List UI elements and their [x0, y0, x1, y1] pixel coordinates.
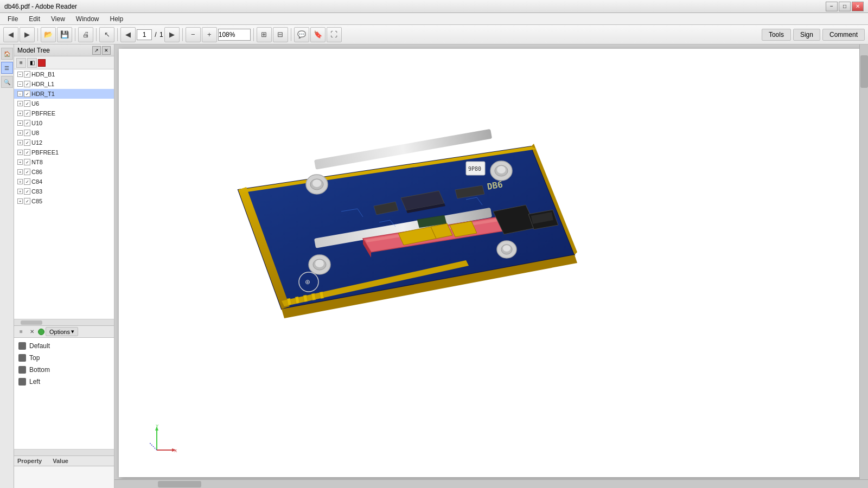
tree-expand-icon[interactable]: −	[17, 72, 23, 77]
tree-checkbox[interactable]: ✓	[24, 169, 30, 175]
tree-item[interactable]: +✓U6	[14, 99, 114, 108]
tree-expand-icon[interactable]: +	[17, 140, 23, 145]
titlebar-controls: − □ ✕	[826, 2, 864, 11]
tree-checkbox[interactable]: ✓	[24, 198, 30, 204]
tree-checkbox[interactable]: ✓	[24, 159, 30, 165]
view-item[interactable]: Top	[16, 352, 112, 364]
stamp-button[interactable]: 🔖	[310, 27, 326, 42]
tree-expand-icon[interactable]: +	[17, 120, 23, 126]
nav-back-button[interactable]: ◀	[3, 27, 18, 42]
print-button[interactable]: 🖨	[78, 27, 93, 42]
zoom-in-button[interactable]: +	[202, 27, 217, 42]
tree-expand-icon[interactable]: +	[17, 130, 23, 136]
menu-file[interactable]: File	[2, 14, 23, 24]
nav-forward-button[interactable]: ▶	[20, 27, 35, 42]
fit-width-button[interactable]: ⊟	[273, 27, 288, 42]
tree-expand-icon[interactable]: +	[17, 198, 23, 204]
tools-button[interactable]: Tools	[762, 29, 791, 41]
tree-checkbox[interactable]: ✓	[24, 188, 30, 195]
tree-item[interactable]: +✓C84	[14, 177, 114, 187]
tree-expand-icon[interactable]: +	[17, 111, 23, 116]
tree-item[interactable]: +✓PBFREE1	[14, 147, 114, 157]
tree-checkbox[interactable]: ✓	[24, 71, 30, 78]
save-button[interactable]: 💾	[57, 27, 72, 42]
fullscreen-button[interactable]: ⛶	[327, 27, 342, 42]
menu-view[interactable]: View	[46, 14, 71, 24]
tree-item-label: PBFREE1	[31, 149, 59, 156]
toolbar-right: Tools Sign Comment	[762, 29, 865, 41]
model-tree-close-button[interactable]: ✕	[102, 46, 111, 55]
tree-expand-icon[interactable]: +	[17, 179, 23, 184]
tree-expand-icon[interactable]: −	[17, 91, 23, 97]
select-tool-button[interactable]: ↖	[99, 27, 114, 42]
tree-expand-all-button[interactable]: ≡	[16, 58, 26, 68]
page-navigation: ◀ 1 / 1 ▶	[120, 27, 180, 42]
view-item[interactable]: Default	[16, 340, 112, 352]
menu-edit[interactable]: Edit	[23, 14, 46, 24]
tree-item[interactable]: +✓NT8	[14, 157, 114, 167]
tree-checkbox[interactable]: ✓	[24, 91, 30, 97]
model-tree-undock-button[interactable]: ↗	[92, 46, 101, 55]
zoom-out-button[interactable]: −	[186, 27, 201, 42]
prev-page-button[interactable]: ◀	[120, 27, 136, 42]
tree-item[interactable]: +✓C83	[14, 187, 114, 196]
svg-text:Y: Y	[156, 423, 159, 428]
view-item[interactable]: Left	[16, 376, 112, 388]
tree-checkbox[interactable]: ✓	[24, 139, 30, 146]
tree-item[interactable]: +✓U12	[14, 138, 114, 147]
tree-item[interactable]: −✓HDR_L1	[14, 79, 114, 89]
tree-checkbox[interactable]: ✓	[24, 178, 30, 185]
tree-item[interactable]: −✓HDR_T1	[14, 89, 114, 99]
tree-checkbox[interactable]: ✓	[24, 100, 30, 107]
tree-area[interactable]: −✓HDR_B1−✓HDR_L1−✓HDR_T1+✓U6+✓PBFREE+✓U1…	[14, 69, 114, 319]
tree-checkbox[interactable]: ✓	[24, 130, 30, 136]
page-number-input[interactable]: 1	[137, 29, 152, 40]
tree-expand-icon[interactable]: +	[17, 150, 23, 155]
iconbar-search-button[interactable]: 🔍	[1, 76, 13, 88]
tree-checkbox[interactable]: ✓	[24, 81, 30, 87]
tree-expand-icon[interactable]: +	[17, 159, 23, 165]
views-hscroll[interactable]	[14, 449, 114, 455]
views-list[interactable]: DefaultTopBottomLeft	[14, 338, 114, 449]
tree-item[interactable]: +✓U10	[14, 118, 114, 128]
open-button[interactable]: 📂	[41, 27, 56, 42]
fit-page-button[interactable]: ⊞	[257, 27, 272, 42]
tree-checkbox[interactable]: ✓	[24, 149, 30, 156]
tree-hscroll[interactable]	[14, 319, 114, 325]
tree-checkbox[interactable]: ✓	[24, 110, 30, 117]
sign-button[interactable]: Sign	[793, 29, 820, 41]
iconbar-home-button[interactable]: 🏠	[1, 48, 13, 60]
tree-item[interactable]: −✓HDR_B1	[14, 69, 114, 79]
tree-item[interactable]: +✓C86	[14, 167, 114, 177]
tree-item-label: C86	[31, 169, 42, 175]
tree-checkbox[interactable]: ✓	[24, 120, 30, 126]
menu-window[interactable]: Window	[71, 14, 105, 24]
toolbar-sep-1	[37, 28, 38, 41]
view-item[interactable]: Bottom	[16, 364, 112, 376]
next-page-button[interactable]: ▶	[164, 27, 180, 42]
tree-expand-icon[interactable]: −	[17, 81, 23, 87]
tree-item-label: U6	[31, 100, 39, 107]
tree-item[interactable]: +✓C85	[14, 196, 114, 206]
maximize-button[interactable]: □	[839, 2, 851, 11]
tree-item[interactable]: +✓PBFREE	[14, 108, 114, 118]
close-button[interactable]: ✕	[852, 2, 864, 11]
minimize-button[interactable]: −	[826, 2, 838, 11]
zoom-input[interactable]: 108%	[218, 29, 251, 41]
views-options-button[interactable]: Options ▾	[46, 327, 78, 336]
tree-expand-icon[interactable]: +	[17, 189, 23, 194]
menu-help[interactable]: Help	[105, 14, 129, 24]
comment-panel-button[interactable]: Comment	[822, 29, 865, 41]
views-list-button[interactable]: ≡	[16, 327, 26, 337]
tree-toggle-button[interactable]: ◧	[27, 58, 37, 68]
tree-item[interactable]: +✓U8	[14, 128, 114, 138]
views-delete-button[interactable]: ✕	[27, 327, 37, 337]
horizontal-scrollbar[interactable]	[114, 479, 868, 488]
vertical-scrollbar[interactable]	[859, 44, 868, 488]
content-area[interactable]: DB6 ⊕ 9P80	[114, 44, 868, 488]
iconbar-panel-button[interactable]: ☰	[1, 62, 13, 74]
toolbar-sep-6	[253, 28, 254, 41]
comment-button[interactable]: 💬	[294, 27, 309, 42]
tree-expand-icon[interactable]: +	[17, 169, 23, 175]
tree-expand-icon[interactable]: +	[17, 101, 23, 106]
